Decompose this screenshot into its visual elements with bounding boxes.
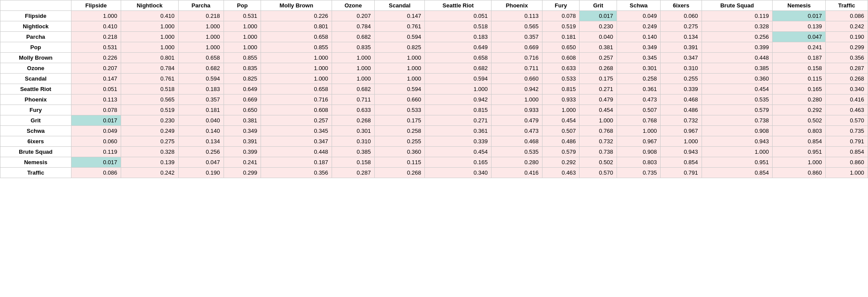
cell: 0.287 <box>826 63 868 74</box>
cell: 0.633 <box>542 63 580 74</box>
col-header-fury: Fury <box>542 0 580 11</box>
cell: 0.381 <box>580 42 617 53</box>
cell: 0.855 <box>261 42 332 53</box>
cell: 0.791 <box>826 136 868 147</box>
cell: 0.519 <box>542 21 580 32</box>
cell: 0.479 <box>580 94 617 105</box>
row-header-traffic: Traffic <box>0 168 71 178</box>
cell: 1.000 <box>224 21 261 32</box>
cell: 0.732 <box>580 136 617 147</box>
cell: 0.608 <box>261 105 332 115</box>
cell: 0.268 <box>580 63 617 74</box>
cell: 0.410 <box>121 11 178 21</box>
cell: 0.486 <box>661 105 702 115</box>
cell: 0.594 <box>375 84 425 94</box>
cell: 0.207 <box>332 11 375 21</box>
cell: 0.134 <box>178 136 224 147</box>
cell: 0.292 <box>773 105 826 115</box>
header-row: Flipside Nightlock Parcha Pop Molly Brow… <box>0 0 868 11</box>
cell: 0.181 <box>542 32 580 42</box>
cell: 0.658 <box>425 53 492 63</box>
cell: 0.256 <box>178 147 224 157</box>
cell: 0.732 <box>661 115 702 126</box>
cell: 0.943 <box>702 136 773 147</box>
cell: 1.000 <box>542 105 580 115</box>
cell: 0.183 <box>178 84 224 94</box>
cell: 0.803 <box>617 157 660 168</box>
cell: 1.000 <box>261 63 332 74</box>
cell: 0.738 <box>580 147 617 157</box>
row-header-6ixers: 6ixers <box>0 136 71 147</box>
cell: 0.271 <box>580 84 617 94</box>
col-header-traffic: Traffic <box>826 0 868 11</box>
cell: 0.967 <box>617 136 660 147</box>
cell: 0.356 <box>826 53 868 63</box>
cell: 0.187 <box>773 53 826 63</box>
cell: 0.349 <box>224 126 261 136</box>
cell: 0.682 <box>332 84 375 94</box>
cell: 0.040 <box>580 32 617 42</box>
cell: 0.463 <box>542 168 580 178</box>
cell: 1.000 <box>375 63 425 74</box>
correlation-matrix: Flipside Nightlock Parcha Pop Molly Brow… <box>0 0 868 178</box>
cell: 0.255 <box>661 74 702 84</box>
cell: 1.000 <box>332 74 375 84</box>
cell: 0.951 <box>702 157 773 168</box>
cell: 0.454 <box>542 115 580 126</box>
cell: 0.361 <box>425 126 492 136</box>
cell: 0.479 <box>492 115 542 126</box>
col-header-brutesquad: Brute Squad <box>702 0 773 11</box>
row-header-grit: Grit <box>0 115 71 126</box>
cell: 0.649 <box>224 84 261 94</box>
cell: 0.579 <box>702 105 773 115</box>
cell: 0.658 <box>178 53 224 63</box>
cell: 0.287 <box>332 168 375 178</box>
cell: 0.275 <box>121 136 178 147</box>
cell: 0.933 <box>492 105 542 115</box>
cell: 0.268 <box>332 115 375 126</box>
corner-cell <box>0 0 71 11</box>
cell: 0.518 <box>121 84 178 94</box>
cell: 1.000 <box>773 157 826 168</box>
col-header-parcha: Parcha <box>178 0 224 11</box>
row-header-pop: Pop <box>0 42 71 53</box>
cell: 0.738 <box>702 115 773 126</box>
cell: 0.416 <box>492 168 542 178</box>
col-header-nemesis: Nemesis <box>773 0 826 11</box>
cell: 0.339 <box>425 136 492 147</box>
row-header-parcha: Parcha <box>0 32 71 42</box>
cell: 0.060 <box>661 11 702 21</box>
cell: 0.181 <box>178 105 224 115</box>
cell: 0.565 <box>492 21 542 32</box>
cell: 0.230 <box>580 21 617 32</box>
table-row: Flipside1.0000.4100.2180.5310.2260.2070.… <box>0 11 868 21</box>
cell: 0.345 <box>617 53 660 63</box>
table-row: Nemesis0.0170.1390.0470.2410.1870.1580.1… <box>0 157 868 168</box>
row-header-molly-brown: Molly Brown <box>0 53 71 63</box>
cell: 0.518 <box>425 21 492 32</box>
cell: 1.000 <box>661 136 702 147</box>
cell: 0.943 <box>661 147 702 157</box>
cell: 0.468 <box>492 136 542 147</box>
cell: 0.454 <box>702 84 773 94</box>
col-header-pop: Pop <box>224 0 261 11</box>
cell: 0.360 <box>375 147 425 157</box>
cell: 0.280 <box>773 94 826 105</box>
cell: 0.825 <box>375 42 425 53</box>
cell: 0.942 <box>425 94 492 105</box>
table-row: Nightlock0.4101.0001.0001.0000.8010.7840… <box>0 21 868 32</box>
cell: 1.000 <box>702 147 773 157</box>
cell: 0.801 <box>261 21 332 32</box>
cell: 0.385 <box>702 63 773 74</box>
cell: 0.650 <box>224 105 261 115</box>
cell: 0.249 <box>617 21 660 32</box>
row-header-fury: Fury <box>0 105 71 115</box>
cell: 0.860 <box>826 157 868 168</box>
cell: 0.716 <box>492 53 542 63</box>
cell: 0.139 <box>773 21 826 32</box>
cell: 0.835 <box>224 63 261 74</box>
cell: 1.000 <box>492 94 542 105</box>
cell: 0.908 <box>702 126 773 136</box>
row-header-nightlock: Nightlock <box>0 21 71 32</box>
cell: 0.158 <box>773 63 826 74</box>
